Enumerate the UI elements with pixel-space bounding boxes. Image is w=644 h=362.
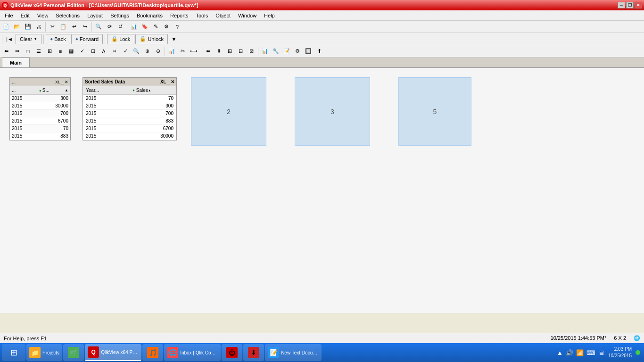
unlock-icon: 🔓 <box>140 36 146 42</box>
unlock-button[interactable]: 🔓 Unlock <box>135 34 168 44</box>
clear-button[interactable]: Clear ▼ <box>16 34 41 44</box>
tray-display-icon[interactable]: 🖥 <box>598 349 604 356</box>
menu-window[interactable]: Window <box>234 10 260 21</box>
tb3-btn12[interactable]: ✓ <box>120 46 131 57</box>
data-table-row: 2015 883 <box>83 117 176 125</box>
menu-file[interactable]: File <box>1 10 17 21</box>
tb3-btn7[interactable]: ▦ <box>66 46 76 57</box>
taskbar-power[interactable]: ⏻ <box>222 344 242 361</box>
tray-network-icon[interactable]: 📶 <box>576 349 584 356</box>
menu-view[interactable]: View <box>33 10 52 21</box>
back-button[interactable]: ● Back <box>46 34 70 44</box>
tb3-btn17[interactable]: ✂ <box>177 46 188 57</box>
taskbar-projects[interactable]: 📁 Projects <box>26 344 62 361</box>
listbox-close-icon[interactable]: ✕ <box>65 80 68 84</box>
menu-reports[interactable]: Reports <box>166 10 192 21</box>
tray-keyboard-icon[interactable]: ⌨ <box>586 349 595 356</box>
sorted-min-icon[interactable]: _ <box>167 79 170 84</box>
design-button[interactable]: ⚙ <box>161 22 172 32</box>
tb3-btn18[interactable]: ⟷ <box>188 46 199 57</box>
tb3-btn28[interactable]: 🔲 <box>303 46 314 57</box>
help-btn[interactable]: ? <box>172 22 182 32</box>
tb3-btn5[interactable]: ⊞ <box>44 46 55 57</box>
tb3-btn22[interactable]: ⊟ <box>235 46 246 57</box>
blue-box-2[interactable]: 2 <box>191 77 266 146</box>
tb3-btn29[interactable]: ⬆ <box>314 46 324 57</box>
menu-selections[interactable]: Selections <box>52 10 83 21</box>
listbox-header: ... XL _ ✕ <box>10 78 70 86</box>
taskbar-download[interactable]: ⬇ <box>243 344 264 361</box>
forward-button[interactable]: ● Forward <box>71 34 103 44</box>
taskbar-qlikview[interactable]: Q QlikView x64 Pers... <box>85 344 141 361</box>
partial-reload-button[interactable]: ↺ <box>115 22 125 32</box>
taskbar-vlc[interactable]: 🎵 <box>142 344 163 361</box>
tb3-btn3[interactable]: □ <box>23 46 33 57</box>
clock-date: 10/25/2015 <box>608 353 632 359</box>
menu-object[interactable]: Object <box>212 10 234 21</box>
start-button[interactable]: ⊞ <box>2 344 25 361</box>
listbox-xl-icon[interactable]: XL <box>55 80 60 84</box>
tb3-btn2[interactable]: ⇒ <box>12 46 22 57</box>
minimize-button[interactable]: ─ <box>618 2 625 8</box>
menu-help[interactable]: Help <box>260 10 279 21</box>
search-button[interactable]: 🔍 <box>93 22 104 32</box>
tb3-btn13[interactable]: 🔍 <box>131 46 141 57</box>
tb3-btn20[interactable]: ⬍ <box>214 46 224 57</box>
listbox-min-icon[interactable]: _ <box>61 80 64 84</box>
print-button[interactable]: 🖨 <box>33 22 44 32</box>
tb3-btn8[interactable]: ✓ <box>77 46 87 57</box>
edit-button[interactable]: ✎ <box>150 22 161 32</box>
tb3-btn10[interactable]: A <box>99 46 109 57</box>
tb3-btn16[interactable]: 📊 <box>166 46 177 57</box>
taskbar-chrome[interactable]: 🌐 Inbox | Qlik Com... <box>164 344 221 361</box>
chart-button[interactable]: 📊 <box>129 22 139 32</box>
menu-tools[interactable]: Tools <box>192 10 212 21</box>
blue-box-5[interactable]: 5 <box>398 77 471 146</box>
sorted-close-icon[interactable]: ✕ <box>171 79 174 84</box>
new-button[interactable]: 📄 <box>1 22 11 32</box>
menu-edit[interactable]: Edit <box>17 10 33 21</box>
save-button[interactable]: 💾 <box>23 22 33 32</box>
menu-settings[interactable]: Settings <box>107 10 133 21</box>
tb3-btn21[interactable]: ⊞ <box>224 46 235 57</box>
taskbar-store[interactable]: 🛒 <box>63 344 84 361</box>
tb3-btn25[interactable]: 🔧 <box>271 46 281 57</box>
tb3-btn26[interactable]: 📝 <box>281 46 292 57</box>
tb3-btn1[interactable]: ⬅ <box>1 46 11 57</box>
tb3-btn14[interactable]: ⊕ <box>142 46 152 57</box>
reload-button[interactable]: ⟳ <box>104 22 115 32</box>
menu-bookmarks[interactable]: Bookmarks <box>133 10 166 21</box>
tb3-btn23[interactable]: ⊠ <box>246 46 256 57</box>
undo-button[interactable]: ↩ <box>69 22 79 32</box>
blue-box-3[interactable]: 3 <box>295 77 370 146</box>
lock-button[interactable]: 🔒 Lock <box>107 34 134 44</box>
redo-button[interactable]: ↪ <box>80 22 90 32</box>
separator3 <box>127 22 127 32</box>
unlock-dropdown[interactable]: ▼ <box>169 34 179 44</box>
tab-main[interactable]: Main <box>2 58 30 67</box>
tb3-btn27[interactable]: ⚙ <box>292 46 303 57</box>
tray-speaker-icon[interactable]: 🔊 <box>566 349 573 356</box>
copy-button[interactable]: 📋 <box>58 22 68 32</box>
tb3-btn24[interactable]: 📊 <box>260 46 270 57</box>
open-button[interactable]: 📂 <box>12 22 22 32</box>
bookmark-button[interactable]: 🔖 <box>140 22 150 32</box>
sorted-xl-icon[interactable]: XL <box>160 79 166 84</box>
tray-up-icon[interactable]: ▲ <box>557 349 563 356</box>
system-clock[interactable]: 2:03 PM 10/25/2015 <box>608 346 632 359</box>
tb3-sep1 <box>165 47 165 56</box>
tb3-btn9[interactable]: ⊡ <box>88 46 98 57</box>
tb3-btn6[interactable]: ≡ <box>55 46 66 57</box>
sep-t2-2 <box>43 34 44 44</box>
taskbar-notepad[interactable]: 📝 New Text Docum... <box>265 344 322 361</box>
tb3-btn15[interactable]: ⊖ <box>153 46 163 57</box>
tb3-btn11[interactable]: ⌗ <box>109 46 120 57</box>
cut-button[interactable]: ✂ <box>47 22 58 32</box>
close-button[interactable]: ✕ <box>635 2 642 8</box>
listbox-title: ... <box>12 79 16 84</box>
tb3-btn19[interactable]: ⬌ <box>203 46 213 57</box>
first-button[interactable]: |◄ <box>4 34 15 44</box>
restore-button[interactable]: ❐ <box>626 2 634 8</box>
menu-layout[interactable]: Layout <box>83 10 107 21</box>
tb3-btn4[interactable]: ☰ <box>33 46 44 57</box>
